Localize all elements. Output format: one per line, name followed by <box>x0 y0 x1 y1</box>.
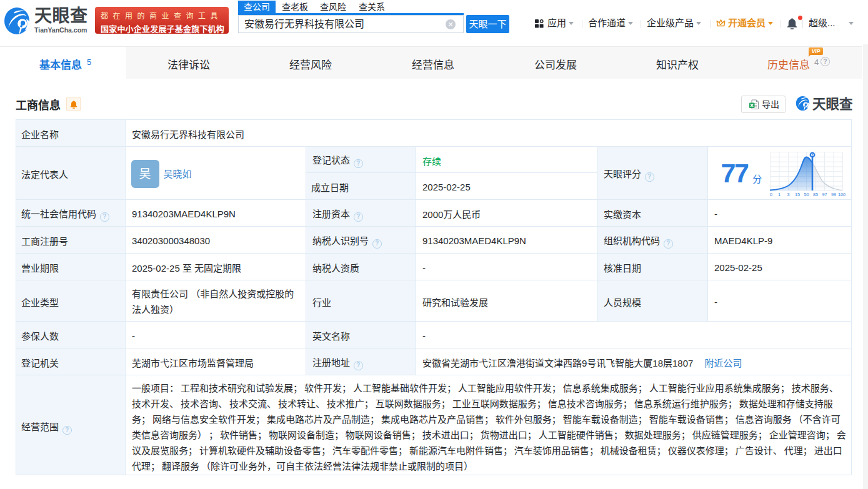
svg-text:0: 0 <box>770 192 772 197</box>
svg-text:50: 50 <box>804 192 809 197</box>
svg-text:97: 97 <box>822 192 827 197</box>
svg-text:1: 1 <box>777 192 780 197</box>
svg-text:85: 85 <box>812 192 817 197</box>
svg-text:15: 15 <box>794 192 799 197</box>
svg-text:99: 99 <box>831 192 836 197</box>
svg-text:3: 3 <box>787 192 789 197</box>
svg-text:100: 100 <box>837 192 845 197</box>
